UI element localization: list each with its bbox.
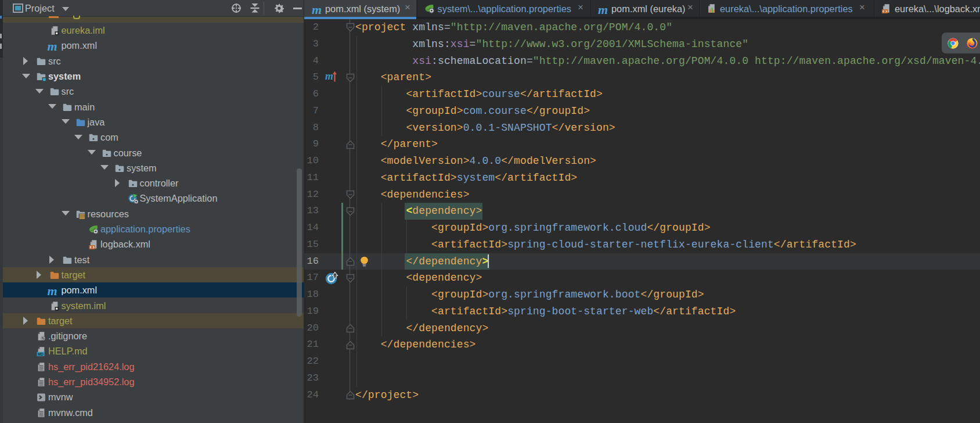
svg-text:MD: MD: [38, 352, 44, 356]
